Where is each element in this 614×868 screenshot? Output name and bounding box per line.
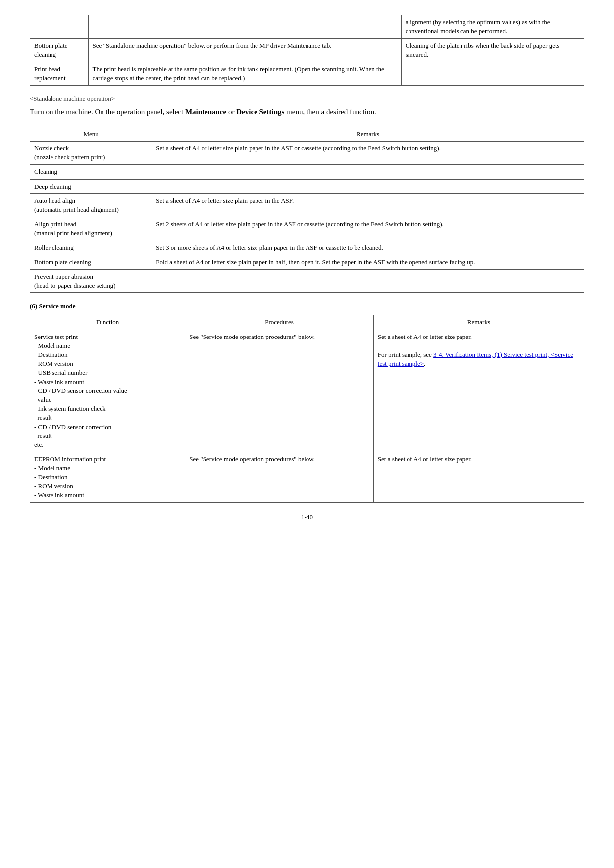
remarks-eeprom: Set a sheet of A4 or letter size paper. [373, 452, 584, 503]
menu-table-header-row: Menu Remarks [30, 127, 584, 141]
remarks-col-header: Remarks [152, 127, 584, 141]
procedures-service-test: See "Service mode operation procedures" … [185, 330, 373, 452]
menu-deep-cleaning: Deep cleaning [30, 179, 152, 193]
remarks-cleaning [152, 165, 584, 179]
cell-bottom-plate-remark: Cleaning of the platen ribs when the bac… [401, 39, 584, 62]
instruction-text: Turn on the machine. On the operation pa… [30, 106, 584, 118]
table-row: Roller cleaning Set 3 or more sheets of … [30, 241, 584, 255]
menu-roller: Roller cleaning [30, 241, 152, 255]
remarks-nozzle: Set a sheet of A4 or letter size plain p… [152, 142, 584, 165]
cell-top-1-3: alignment (by selecting the optimum valu… [401, 15, 584, 39]
menu-bottom-plate: Bottom plate cleaning [30, 255, 152, 269]
function-col-header: Function [30, 315, 185, 330]
cell-top-1-2 [88, 15, 401, 39]
procedures-col-header: Procedures [185, 315, 373, 330]
table-row: Align print head(manual print head align… [30, 217, 584, 241]
menu-align-head: Align print head(manual print head align… [30, 217, 152, 241]
remarks-auto-align: Set a sheet of A4 or letter size plain p… [152, 193, 584, 217]
service-mode-table: Function Procedures Remarks Service test… [30, 315, 584, 503]
cell-top-1-1 [30, 15, 89, 39]
menu-prevent-abrasion: Prevent paper abrasion(head-to-paper dis… [30, 269, 152, 292]
menu-nozzle: Nozzle check(nozzle check pattern print) [30, 142, 152, 165]
page-content: alignment (by selecting the optimum valu… [30, 15, 584, 522]
table-row: Bottom plate cleaning See "Standalone ma… [30, 39, 584, 62]
remarks-deep-cleaning [152, 179, 584, 193]
menu-table: Menu Remarks Nozzle check(nozzle check p… [30, 127, 584, 293]
table-row: Cleaning [30, 165, 584, 179]
remarks-service-test: Set a sheet of A4 or letter size paper. … [373, 330, 584, 452]
remarks-bottom-plate: Fold a sheet of A4 or letter size plain … [152, 255, 584, 269]
cell-bottom-plate-label: Bottom plate cleaning [30, 39, 89, 62]
table-row: alignment (by selecting the optimum valu… [30, 15, 584, 39]
top-table: alignment (by selecting the optimum valu… [30, 15, 584, 86]
procedures-eeprom: See "Service mode operation procedures" … [185, 452, 373, 503]
table-row: Auto head align(automatic print head ali… [30, 193, 584, 217]
function-service-test: Service test print - Model name - Destin… [30, 330, 185, 452]
remarks-prevent-abrasion [152, 269, 584, 292]
menu-cleaning: Cleaning [30, 165, 152, 179]
menu-col-header: Menu [30, 127, 152, 141]
service-table-header-row: Function Procedures Remarks [30, 315, 584, 330]
service-mode-header: (6) Service mode [30, 302, 584, 311]
table-row: Print head replacement The print head is… [30, 62, 584, 85]
page-number: 1-40 [30, 513, 584, 522]
table-row: Service test print - Model name - Destin… [30, 330, 584, 452]
remarks-align-head: Set 2 sheets of A4 or letter size plain … [152, 217, 584, 241]
table-row: EEPROM information print - Model name - … [30, 452, 584, 503]
remarks-roller: Set 3 or more sheets of A4 or letter siz… [152, 241, 584, 255]
cell-bottom-plate-desc: See "Standalone machine operation" below… [88, 39, 401, 62]
cell-print-head-label: Print head replacement [30, 62, 89, 85]
table-row: Bottom plate cleaning Fold a sheet of A4… [30, 255, 584, 269]
function-eeprom: EEPROM information print - Model name - … [30, 452, 185, 503]
menu-auto-align: Auto head align(automatic print head ali… [30, 193, 152, 217]
remarks-col-header-service: Remarks [373, 315, 584, 330]
table-row: Deep cleaning [30, 179, 584, 193]
table-row: Nozzle check(nozzle check pattern print)… [30, 142, 584, 165]
verification-link[interactable]: 3-4. Verification Items, (1) Service tes… [378, 351, 573, 367]
cell-print-head-remark [401, 62, 584, 85]
standalone-note: <Standalone machine operation> [30, 95, 584, 103]
cell-print-head-desc: The print head is replaceable at the sam… [88, 62, 401, 85]
table-row: Prevent paper abrasion(head-to-paper dis… [30, 269, 584, 292]
